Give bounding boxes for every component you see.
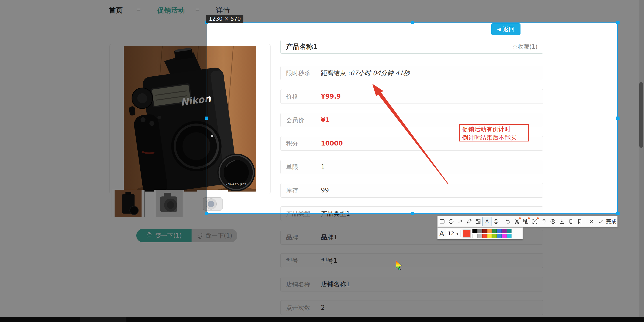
selection-handle[interactable] [205,212,208,215]
selection-handle[interactable] [616,116,620,120]
arrow-tool-icon[interactable] [456,217,464,226]
palette-color-swatch[interactable] [507,234,512,238]
svg-text:A: A [486,219,489,224]
palette-color-swatch[interactable] [482,229,487,233]
palette-color-swatch[interactable] [497,234,502,238]
font-size-value: 12 [448,230,454,236]
ellipse-tool-icon[interactable] [446,217,456,226]
cancel-icon[interactable] [587,217,596,226]
bookmark-icon[interactable] [575,217,584,226]
rect-tool-icon[interactable] [438,217,446,226]
selection-handle[interactable] [411,21,414,24]
svg-text:A: A [526,221,528,224]
chevron-down-icon: ▼ [456,232,459,235]
palette-color-swatch[interactable] [487,229,492,233]
palette-color-swatch[interactable] [492,234,497,238]
undo-icon[interactable] [504,217,512,226]
phone-icon[interactable] [566,217,575,226]
snip-text-options-toolbar: A 12 ▼ [438,228,523,239]
snip-size-label: 1230 × 570 [206,15,244,23]
current-color-swatch[interactable] [462,230,471,238]
toolbar-separator [586,218,586,224]
palette-color-swatch[interactable] [482,234,487,238]
dim-overlay-bottom [0,214,644,322]
selection-handle[interactable] [205,116,208,120]
notification-dot [528,217,530,220]
done-label[interactable]: 完成 [606,218,616,225]
done-icon[interactable] [596,217,605,226]
download-icon[interactable] [557,217,566,226]
snip-selection-rect[interactable] [206,22,618,214]
svg-text:1: 1 [495,220,497,223]
snip-toolbar: A1文A完成 [438,216,618,227]
palette-color-swatch[interactable] [502,229,506,233]
palette-color-swatch[interactable] [487,234,492,238]
palette-color-swatch[interactable] [502,234,506,238]
notification-dot [537,217,539,220]
dim-overlay-top [0,0,644,22]
step-number-tool-icon[interactable]: 1 [492,217,500,226]
palette-color-swatch[interactable] [472,229,477,233]
dim-overlay-right [618,22,644,214]
toolbar-separator [502,218,502,224]
font-size-select[interactable]: 12 ▼ [446,230,461,237]
palette-color-swatch[interactable] [507,229,512,233]
selection-handle[interactable] [411,212,414,215]
extract-text-icon[interactable] [530,217,539,226]
palette-color-swatch[interactable] [472,234,477,238]
text-tool-icon[interactable]: A [482,217,492,226]
notification-dot [519,217,521,220]
palette-color-swatch[interactable] [492,229,497,233]
palette-color-swatch[interactable] [497,229,502,233]
palette-color-swatch[interactable] [478,229,482,233]
palette-color-swatch[interactable] [478,234,482,238]
svg-text:文: 文 [524,220,526,222]
record-icon[interactable] [548,217,557,226]
dim-overlay-left [0,22,206,214]
selection-handle[interactable] [616,212,620,215]
mosaic-tool-icon[interactable] [474,217,482,226]
pin-icon[interactable] [539,217,548,226]
mouse-cursor [394,260,405,272]
ocr-cut-icon[interactable] [512,217,522,226]
selection-handle[interactable] [616,21,620,24]
font-icon: A [440,230,444,237]
translate-icon[interactable]: 文A [522,217,530,226]
screen: 首页 ≡ 促销活动 ≡ 详情 [0,0,644,322]
color-palette [472,229,512,238]
pen-tool-icon[interactable] [464,217,474,226]
